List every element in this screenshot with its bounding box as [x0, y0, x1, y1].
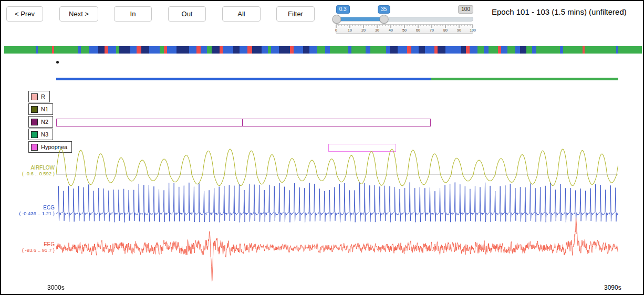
legend-label: N1 [41, 106, 48, 112]
slider-tick [426, 25, 427, 26]
slider-tick [396, 25, 397, 26]
hypnogram-segment [201, 46, 207, 54]
legend-swatch [31, 93, 38, 100]
slider-tick [407, 25, 408, 26]
slider-tick [445, 25, 446, 28]
slider-tick [404, 25, 405, 28]
hypnogram-segment [520, 46, 526, 54]
slider-tick [456, 25, 456, 26]
legend-swatch [31, 144, 38, 151]
hypnogram-segment [54, 46, 78, 54]
slider-tick [380, 25, 380, 26]
all-button[interactable]: All [222, 6, 261, 22]
airflow-channel-name: AIRFLOW [9, 165, 55, 171]
slider-high-handle[interactable] [380, 15, 389, 24]
slider-high-value-badge: 35 [378, 5, 390, 14]
slider-tick [437, 25, 438, 26]
ecg-channel-range: ( -0.436 .. 1.21 ) [9, 210, 55, 216]
zoom-in-button[interactable]: In [114, 6, 152, 22]
hypnogram-segment [325, 46, 330, 54]
hypnogram-segment [130, 46, 137, 54]
hypnogram-segment [271, 46, 279, 54]
legend-swatch [31, 119, 38, 125]
epoch-stage-bar [56, 78, 618, 80]
n2-stage-annotation [243, 119, 431, 127]
eeg-channel-range: ( -93.6 .. 91.7 ) [9, 247, 55, 253]
legend-swatch [31, 106, 38, 113]
hypnogram-overview-strip[interactable] [4, 46, 642, 54]
hypnogram-segment [105, 46, 108, 54]
slider-tick-label: 0 [335, 28, 337, 32]
hypnogram-segment [501, 46, 507, 54]
legend-label: N3 [41, 131, 48, 138]
hypnogram-segment [470, 46, 477, 54]
slider-tick [453, 25, 454, 26]
next-button[interactable]: Next > [59, 6, 98, 22]
hypnogram-segment [461, 46, 466, 54]
hypnogram-segment [207, 46, 212, 54]
hypnogram-segment [618, 46, 642, 54]
slider-tick [393, 25, 394, 26]
slider-tick [415, 25, 416, 26]
hypnogram-segment [189, 46, 197, 54]
hypnogram-segment [438, 46, 445, 54]
hypnogram-segment [452, 46, 461, 54]
hypnogram-segment [425, 46, 434, 54]
slider-tick [358, 25, 358, 26]
hypnogram-segment [351, 46, 366, 54]
hypnogram-segment [81, 46, 89, 54]
legend-swatch [31, 131, 38, 138]
epoch-title: Epoch 101 - 103 (1.5 mins) (unfiltered) [492, 7, 627, 16]
slider-tick [459, 25, 460, 28]
time-axis-end-label: 3090s [604, 284, 621, 291]
hypnogram-segment [4, 46, 36, 54]
zoom-out-button[interactable]: Out [168, 6, 206, 22]
slider-tick [339, 25, 339, 26]
hypnogram-segment [366, 46, 370, 54]
hypnogram-segment [176, 46, 189, 54]
hypnogram-segment [141, 46, 149, 54]
slider-tick [412, 25, 413, 26]
position-marker-dot [56, 61, 59, 64]
frequency-range-slider[interactable]: 0.3 35 100 0102030405060708090100 [331, 5, 478, 34]
stage-bar-segment [56, 78, 431, 80]
slider-track[interactable] [336, 17, 473, 22]
slider-ruler: 0102030405060708090100 [336, 24, 473, 34]
slider-tick [432, 25, 432, 28]
slider-tick-label: 90 [457, 28, 461, 32]
hypnogram-segment [137, 46, 141, 54]
slider-tick [371, 25, 372, 26]
slider-tick [385, 25, 386, 26]
n2-stage-annotation [56, 119, 243, 127]
hypnogram-segment [38, 46, 52, 54]
slider-tick [382, 25, 383, 26]
hypnogram-segment [89, 46, 98, 54]
filter-button[interactable]: Filter [276, 6, 315, 22]
prev-button[interactable]: < Prev [6, 6, 43, 22]
slider-max-value-badge: 100 [458, 5, 473, 14]
hypnogram-segment [477, 46, 484, 54]
legend-item-n3: N3 [28, 129, 53, 140]
hypnogram-segment [532, 46, 536, 54]
hypnogram-segment [98, 46, 105, 54]
hypnogram-segment [309, 46, 317, 54]
hypnogram-segment [212, 46, 220, 54]
slider-tick-label: 40 [389, 28, 393, 32]
slider-low-value-badge: 0.3 [336, 5, 350, 14]
slider-tick [473, 25, 473, 28]
hypnogram-segment [252, 46, 262, 54]
polysomnography-viewer: < Prev Next > In Out All Filter 0.3 35 1… [0, 0, 644, 295]
slider-tick [434, 25, 435, 26]
hypnogram-segment [262, 46, 268, 54]
hypnogram-segment [119, 46, 130, 54]
hypnogram-segment [370, 46, 386, 54]
hypnogram-segment [108, 46, 116, 54]
legend-label: N2 [41, 119, 48, 125]
slider-tick [336, 25, 337, 28]
hypnogram-segment [407, 46, 411, 54]
slider-low-handle[interactable] [332, 15, 341, 24]
slider-tick [401, 25, 402, 26]
stage-bar-segment [431, 78, 618, 80]
slider-tick [429, 25, 429, 26]
slider-inner: 0.3 35 100 0102030405060708090100 [336, 5, 473, 34]
